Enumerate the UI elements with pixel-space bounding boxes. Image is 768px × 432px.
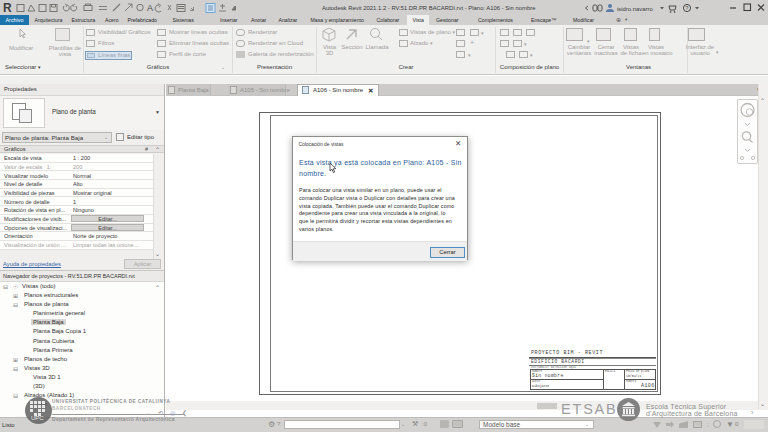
svg-text:?: ? <box>685 5 688 11</box>
svg-text:A: A <box>147 3 153 13</box>
svg-text:isidro.navarro: isidro.navarro <box>617 6 653 12</box>
